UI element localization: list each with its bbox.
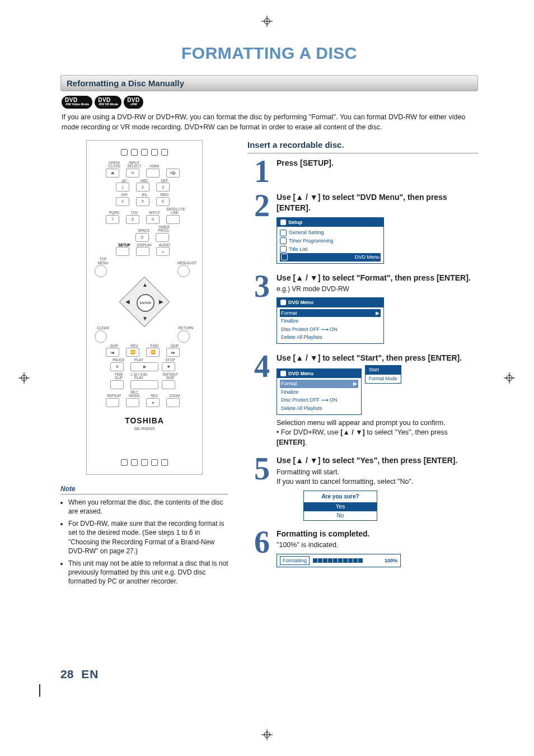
example-text: e.g.) VR mode DVD-RW	[277, 284, 478, 294]
audio-button: ∞	[156, 247, 170, 256]
registration-mark-icon	[261, 16, 273, 27]
section-heading: Reformatting a Disc Manually	[60, 75, 478, 91]
up-arrow-icon: ▲	[142, 282, 148, 288]
rec-mode-button	[126, 398, 139, 407]
input-select-button: ⟲	[126, 169, 139, 178]
osd-format-submenu: Start Format Mode	[365, 365, 401, 384]
power-icon: I/⏻	[170, 171, 176, 175]
down-arrow-icon: ▼	[310, 193, 318, 202]
instant-skip-button	[162, 380, 175, 389]
registration-mark-icon	[504, 372, 515, 384]
up-arrow-icon: ▲	[296, 273, 303, 282]
confirm-yes: Yes	[304, 502, 377, 511]
direction-pad: ENTER ▲ ▼ ◀ ▶	[122, 279, 167, 324]
setup-icon	[280, 220, 286, 225]
stop-button: ■	[162, 362, 175, 371]
note-heading: Note	[60, 485, 228, 494]
page-language: EN	[81, 668, 99, 681]
dvd-compatibility-badges: DVD-RW Video Mode DVD-RW VR Mode DVD+RW	[62, 96, 478, 109]
power-button: I/⏻	[166, 169, 180, 178]
down-arrow-icon: ▼	[310, 353, 318, 362]
down-arrow-icon: ▼	[142, 315, 148, 321]
repeat-button	[106, 398, 119, 407]
general-setting-icon	[280, 230, 287, 236]
page-content: FORMATTING A DISC Reformatting a Disc Ma…	[60, 44, 478, 589]
confirm-no: No	[304, 511, 377, 520]
dvd-menu-icon	[281, 254, 288, 260]
remote-control-illustration: OPEN/ CLOSE⏏ INPUT SELECT⟲ HDMI I/⏻ .@/:…	[86, 140, 203, 475]
page-number: 28	[60, 668, 73, 681]
up-arrow-icon: ▲	[343, 428, 349, 436]
step-5: 5 Use [▲ / ▼] to select "Yes", then pres…	[247, 455, 478, 521]
step-title: Use [▲ / ▼] to select "Format", then pre…	[277, 273, 478, 284]
down-arrow-icon: ▼	[355, 428, 362, 436]
step-6: 6 Formatting is completed. "100%" is ind…	[247, 529, 478, 568]
intro-paragraph: If you are using a DVD-RW or DVD+RW, you…	[62, 112, 478, 132]
eject-icon: ⏏	[111, 171, 115, 175]
remote-brand: TOSHIBA	[91, 416, 198, 425]
note-item: This unit may not be able to reformat a …	[68, 559, 228, 586]
step-4: 4 Use [▲ / ▼] to select "Start", then pr…	[247, 353, 478, 447]
key-3: 3	[156, 183, 170, 192]
registration-mark-icon	[18, 372, 30, 384]
note-section: Note When you reformat the disc, the con…	[60, 485, 228, 586]
step-number: 2	[247, 192, 277, 218]
display-button	[136, 247, 149, 256]
steps-column: Insert a recordable disc. 1 Press [SETUP…	[247, 140, 478, 576]
step-number: 3	[247, 273, 277, 299]
pause-button: ⏸	[110, 362, 124, 371]
osd-progress-bar: Formatting 100%	[277, 554, 401, 568]
step-3: 3 Use [▲ / ▼] to select "Format", then p…	[247, 273, 478, 345]
skip-next-button: ⏭	[166, 348, 180, 357]
step-line: If you want to cancel formatting, select…	[277, 477, 478, 487]
menu-list-button	[177, 265, 190, 277]
dvd-rw-vr-badge-icon: DVD-RW VR Mode	[95, 96, 121, 109]
rev-button: ⏪	[126, 348, 139, 357]
time-slip-button	[110, 380, 124, 389]
up-arrow-icon: ▲	[296, 193, 303, 202]
osd-dvd-menu: DVD Menu Format▶ Finalize Disc Protect O…	[277, 368, 362, 415]
step-number: 6	[247, 529, 277, 555]
note-item: When you reformat the disc, the contents…	[68, 498, 228, 516]
page-footer: 28 EN	[60, 668, 172, 681]
right-arrow-icon: ▶	[376, 310, 380, 317]
step-2: 2 Use [▲ / ▼] to select "DVD Menu", then…	[247, 192, 478, 265]
key-1: 1	[116, 183, 129, 192]
remote-model: SE-R0265	[91, 426, 198, 431]
input-icon: ⟲	[131, 171, 134, 175]
top-menu-button	[95, 265, 107, 277]
timer-prog-button	[156, 233, 169, 242]
dvd-rw-video-badge-icon: DVD-RW Video Mode	[62, 96, 92, 109]
dvd-plus-rw-badge-icon: DVD+RW	[124, 96, 143, 109]
osd-dvd-menu: DVD Menu Format▶ Finalize Disc Protect O…	[277, 297, 384, 344]
step-title: Use [▲ / ▼] to select "Yes", then press …	[277, 455, 478, 466]
title-list-icon	[280, 246, 287, 253]
osd-setup-menu: Setup General Setting Timer Programming …	[277, 217, 384, 264]
timer-icon	[280, 237, 287, 244]
skip-prev-button: ⏮	[106, 348, 119, 357]
key-7: 7	[106, 215, 119, 224]
divider	[247, 153, 478, 153]
disc-icon	[280, 300, 286, 305]
up-arrow-icon: ▲	[296, 353, 303, 362]
up-arrow-icon: ▲	[296, 456, 303, 465]
registration-mark-icon	[261, 729, 273, 740]
right-arrow-icon: ▶	[353, 380, 357, 388]
down-arrow-icon: ▼	[310, 456, 318, 465]
satellite-link-button	[166, 215, 180, 224]
step-number: 5	[247, 455, 277, 482]
key-2: 2	[136, 183, 149, 192]
key-5: 5	[136, 197, 149, 206]
down-arrow-icon: ▼	[310, 273, 318, 282]
key-0: 0	[135, 233, 149, 242]
key-9: 9	[146, 215, 160, 224]
step-title: Use [▲ / ▼] to select "Start", then pres…	[277, 353, 478, 364]
step-note: Selection menu will appear and prompt yo…	[277, 418, 478, 428]
step-note: • For DVD+RW, use [▲ / ▼] to select "Yes…	[277, 428, 478, 447]
step-title: Press [SETUP].	[277, 158, 478, 169]
step-number: 1	[247, 158, 277, 184]
right-arrow-icon: ▶	[159, 298, 163, 305]
enter-button: ENTER	[137, 294, 154, 312]
disc-icon	[280, 371, 286, 376]
left-arrow-icon: ◀	[125, 298, 130, 305]
